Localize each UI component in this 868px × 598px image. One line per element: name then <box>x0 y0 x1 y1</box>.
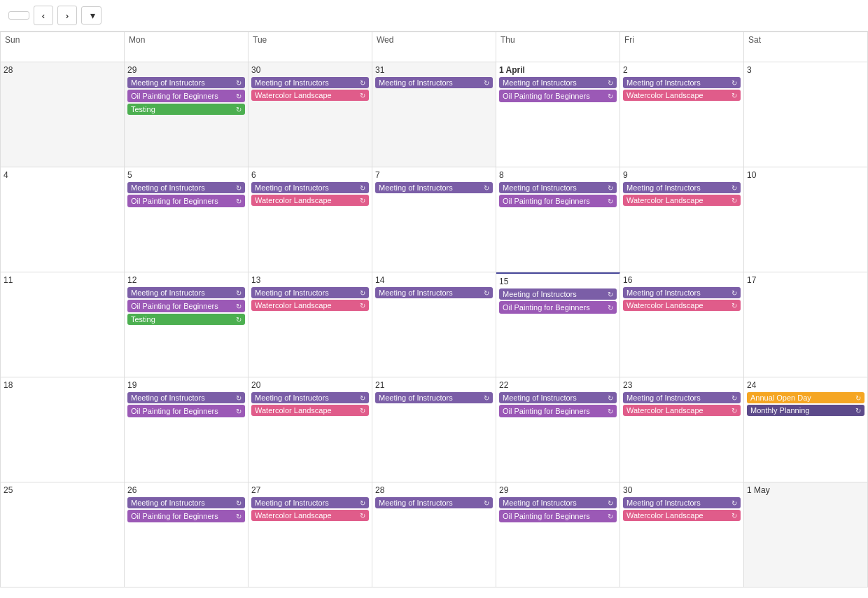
day-cell: 29Meeting of Instructors↻Oil Painting fo… <box>496 482 620 587</box>
calendar-event[interactable]: Oil Painting for Beginners↻ <box>127 195 245 207</box>
calendar-event[interactable]: Meeting of Instructors↻ <box>375 287 493 298</box>
calendar-event[interactable]: Oil Painting for Beginners↻ <box>499 195 617 207</box>
today-button[interactable] <box>8 11 29 20</box>
event-label: Meeting of Instructors <box>379 183 481 192</box>
sync-icon: ↻ <box>236 106 241 113</box>
event-label: Meeting of Instructors <box>503 290 605 298</box>
sync-icon: ↻ <box>608 408 613 415</box>
calendar-event[interactable]: Oil Painting for Beginners↻ <box>127 510 245 522</box>
day-cell: 7Meeting of Instructors↻ <box>372 167 496 272</box>
day-header-wed: Wed <box>372 32 496 62</box>
calendar-event[interactable]: Watercolor Landscape↻ <box>623 90 741 101</box>
calendar-event[interactable]: Watercolor Landscape↻ <box>251 405 369 416</box>
calendar-event[interactable]: Oil Painting for Beginners↻ <box>499 301 617 314</box>
day-header-fri: Fri <box>620 32 744 62</box>
next-button[interactable]: › <box>57 6 77 25</box>
day-number: 1 May <box>747 485 864 495</box>
event-label: Meeting of Instructors <box>503 394 605 402</box>
sync-icon: ↻ <box>360 302 365 310</box>
calendar-event[interactable]: Meeting of Instructors↻ <box>623 182 741 193</box>
calendar-event[interactable]: Watercolor Landscape↻ <box>623 195 741 206</box>
day-cell: 10 <box>744 167 868 272</box>
calendar-event[interactable]: Oil Painting for Beginners↻ <box>499 405 617 417</box>
sync-icon: ↻ <box>855 407 861 415</box>
calendar-event[interactable]: Testing↻ <box>127 314 245 325</box>
day-header-mon: Mon <box>125 32 248 62</box>
event-label: Meeting of Instructors <box>255 288 357 297</box>
sync-icon: ↻ <box>236 316 241 324</box>
sync-icon: ↻ <box>360 512 365 520</box>
calendar-event[interactable]: Meeting of Instructors↻ <box>499 288 617 300</box>
sync-icon: ↻ <box>608 304 613 312</box>
event-label: Watercolor Landscape <box>255 301 357 310</box>
toolbar: ‹ › ▾ <box>0 0 868 32</box>
calendar-event[interactable]: Meeting of Instructors↻ <box>375 392 493 403</box>
day-number: 9 <box>623 170 741 180</box>
calendar-event[interactable]: Meeting of Instructors↻ <box>499 77 617 88</box>
day-header-sun: Sun <box>1 32 125 62</box>
calendar-event[interactable]: Watercolor Landscape↻ <box>623 405 741 416</box>
calendar-event[interactable]: Monthly Planning↻ <box>747 405 864 416</box>
calendar-event[interactable]: Meeting of Instructors↻ <box>375 182 493 193</box>
day-number: 16 <box>623 275 741 285</box>
calendar-event[interactable]: Watercolor Landscape↻ <box>251 195 369 206</box>
day-cell: 8Meeting of Instructors↻Oil Painting for… <box>496 167 620 272</box>
day-number: 26 <box>127 485 245 495</box>
event-label: Meeting of Instructors <box>255 78 357 87</box>
day-number: 30 <box>623 485 741 495</box>
calendar-event[interactable]: Meeting of Instructors↻ <box>375 497 493 508</box>
calendar-event[interactable]: Meeting of Instructors↻ <box>251 77 369 88</box>
event-label: Oil Painting for Beginners <box>131 511 233 521</box>
day-cell: 3 <box>744 62 868 167</box>
event-label: Meeting of Instructors <box>379 394 481 402</box>
calendar-event[interactable]: Meeting of Instructors↻ <box>251 392 369 403</box>
day-number: 18 <box>4 380 121 390</box>
calendar-event[interactable]: Meeting of Instructors↻ <box>127 77 245 88</box>
sync-icon: ↻ <box>732 394 737 402</box>
sync-icon: ↻ <box>484 184 489 192</box>
day-cell: 16Meeting of Instructors↻Watercolor Land… <box>620 272 744 377</box>
event-label: Meeting of Instructors <box>131 394 233 402</box>
calendar-event[interactable]: Watercolor Landscape↻ <box>251 510 369 521</box>
event-label: Annual Open Day <box>750 394 853 402</box>
calendar-event[interactable]: Meeting of Instructors↻ <box>623 392 741 403</box>
calendar-event[interactable]: Testing↻ <box>127 104 245 115</box>
calendar-event[interactable]: Meeting of Instructors↻ <box>127 392 245 403</box>
calendar-event[interactable]: Meeting of Instructors↻ <box>623 287 741 298</box>
calendar-event[interactable]: Meeting of Instructors↻ <box>127 497 245 508</box>
sync-icon: ↻ <box>732 197 737 204</box>
calendar-event[interactable]: Meeting of Instructors↻ <box>623 77 741 88</box>
calendar-event[interactable]: Watercolor Landscape↻ <box>623 510 741 521</box>
calendar-event[interactable]: Watercolor Landscape↻ <box>623 300 741 311</box>
calendar-event[interactable]: Oil Painting for Beginners↻ <box>127 405 245 417</box>
calendar-event[interactable]: Meeting of Instructors↻ <box>127 182 245 193</box>
calendar-event[interactable]: Meeting of Instructors↻ <box>251 287 369 298</box>
prev-button[interactable]: ‹ <box>34 6 53 25</box>
event-label: Watercolor Landscape <box>255 91 357 99</box>
calendar-event[interactable]: Oil Painting for Beginners↻ <box>499 510 617 522</box>
calendar-event[interactable]: Meeting of Instructors↻ <box>375 77 493 88</box>
month-selector[interactable]: ▾ <box>81 6 102 25</box>
calendar-event[interactable]: Oil Painting for Beginners↻ <box>127 300 245 312</box>
calendar-event[interactable]: Meeting of Instructors↻ <box>499 392 617 403</box>
calendar-event[interactable]: Meeting of Instructors↻ <box>499 182 617 193</box>
sync-icon: ↻ <box>236 513 241 520</box>
calendar-event[interactable]: Meeting of Instructors↻ <box>623 497 741 508</box>
event-label: Monthly Planning <box>750 406 853 415</box>
sync-icon: ↻ <box>608 79 613 87</box>
calendar-event[interactable]: Watercolor Landscape↻ <box>251 90 369 101</box>
calendar-event[interactable]: Watercolor Landscape↻ <box>251 300 369 311</box>
calendar-event[interactable]: Oil Painting for Beginners↻ <box>499 90 617 102</box>
day-cell: 26Meeting of Instructors↻Oil Painting fo… <box>125 482 248 587</box>
calendar-event[interactable]: Meeting of Instructors↻ <box>251 182 369 193</box>
calendar-event[interactable]: Meeting of Instructors↻ <box>499 497 617 508</box>
day-cell: 20Meeting of Instructors↻Watercolor Land… <box>248 377 372 482</box>
day-number: 28 <box>375 485 493 495</box>
calendar-event[interactable]: Oil Painting for Beginners↻ <box>127 90 245 102</box>
day-cell: 6Meeting of Instructors↻Watercolor Lands… <box>248 167 372 272</box>
day-number: 29 <box>127 65 245 75</box>
calendar-event[interactable]: Meeting of Instructors↻ <box>251 497 369 508</box>
event-label: Watercolor Landscape <box>626 196 729 204</box>
calendar-event[interactable]: Meeting of Instructors↻ <box>127 287 245 298</box>
calendar-event[interactable]: Annual Open Day↻ <box>747 392 864 403</box>
